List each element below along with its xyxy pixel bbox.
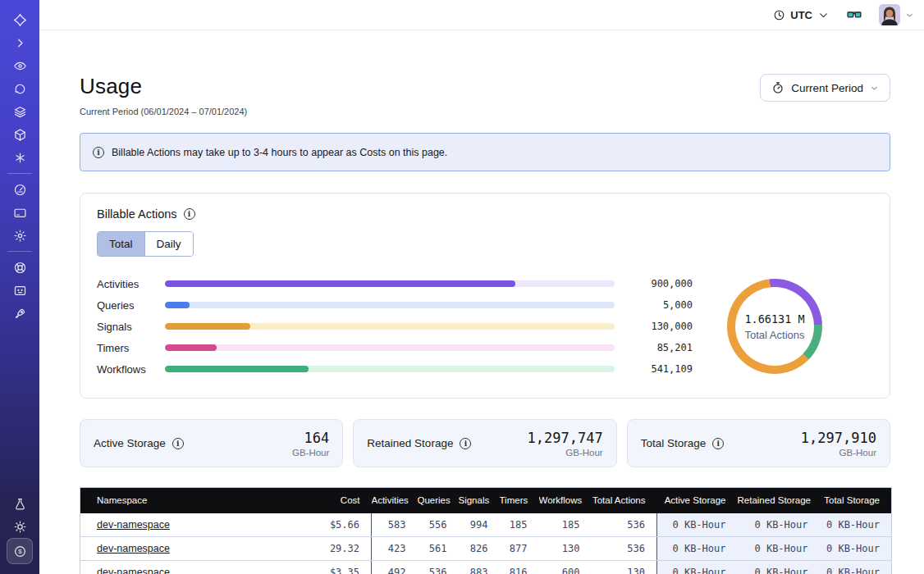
cost-cell: 29.32 [284, 537, 372, 561]
bar-fill [165, 323, 250, 330]
lifebuoy-icon[interactable] [7, 256, 33, 279]
user-menu[interactable] [879, 4, 914, 25]
workflows-cell: 600 [539, 561, 592, 574]
bar-value: 85,201 [615, 342, 693, 353]
col-queries: Queries [418, 488, 459, 513]
table-row: dev-namespace $3.35 492 536 883 816 600 … [80, 561, 892, 574]
total-storage-cell: 0 KB-Hour [820, 537, 892, 561]
bar-value: 130,000 [615, 321, 693, 332]
storage-card-label: Active Storage [94, 437, 166, 449]
timezone-selector[interactable]: UTC [773, 9, 830, 21]
table-row: dev-namespace $5.66 583 556 994 185 185 … [80, 513, 892, 537]
total-storage-cell: 0 KB-Hour [820, 561, 892, 574]
workflows-cell: 130 [539, 537, 592, 561]
info-icon[interactable]: i [172, 438, 184, 449]
col-active-storage: Active Storage [657, 488, 738, 513]
storage-summary-row: Active Storage i 164 GB-Hour Retained St… [80, 419, 890, 467]
temporal-logo-icon[interactable] [7, 8, 33, 31]
active-storage-cell: 0 KB-Hour [657, 513, 738, 537]
period-dropdown-label: Current Period [791, 82, 863, 94]
activities-cell: 492 [372, 561, 418, 574]
bar-track [165, 344, 615, 351]
bar-label: Signals [97, 321, 165, 333]
info-icon[interactable]: i [184, 208, 195, 220]
info-icon[interactable]: i [460, 438, 471, 449]
info-icon[interactable]: i [712, 438, 724, 449]
chevron-down-icon [905, 11, 914, 20]
dev-goggles-button[interactable] [846, 7, 862, 23]
svg-text:$: $ [18, 548, 22, 555]
bar-track [165, 323, 615, 330]
active-storage-card: Active Storage i 164 GB-Hour [80, 419, 343, 467]
total-actions-donut-box: 1.66131 M Total Actions [727, 279, 822, 374]
retained-storage-cell: 0 KB-Hour [738, 561, 820, 574]
goggles-icon [846, 7, 862, 23]
storage-card-label: Total Storage [641, 437, 707, 449]
bar-label: Activities [97, 278, 165, 290]
gauge-icon[interactable] [7, 178, 33, 201]
flask-icon[interactable] [7, 492, 33, 515]
col-timers: Timers [500, 488, 539, 513]
retained-storage-cell: 0 KB-Hour [738, 513, 820, 537]
bar-row-signals: Signals 130,000 [97, 316, 693, 337]
retained-storage-cell: 0 KB-Hour [738, 537, 820, 561]
sun-icon[interactable] [7, 515, 33, 538]
billable-actions-chart: Activities 900,000 Queries 5,000 Signals [97, 273, 873, 380]
bar-fill [165, 344, 217, 351]
avatar [879, 4, 900, 25]
active-storage-cell: 0 KB-Hour [657, 537, 738, 561]
signals-cell: 994 [459, 513, 500, 537]
storage-card-unit: GB-Hour [292, 448, 329, 458]
eye-icon[interactable] [7, 54, 33, 77]
page-header: Usage Current Period (06/01/2024 – 07/01… [80, 74, 890, 116]
billable-actions-title: Billable Actions [97, 207, 177, 221]
billable-view-tabs: Total Daily [97, 231, 194, 257]
sidebar: $ [0, 0, 39, 574]
bar-track [165, 366, 615, 372]
table-header-row: Namespace Cost Activities Queries Signal… [80, 488, 892, 513]
collapse-chevron-right-icon[interactable] [7, 31, 33, 54]
col-workflows: Workflows [539, 488, 592, 513]
storage-card-label: Retained Storage [367, 437, 453, 449]
active-storage-cell: 0 KB-Hour [657, 561, 738, 574]
tab-total[interactable]: Total [98, 232, 144, 256]
table-row: dev-namespace 29.32 423 561 826 877 130 … [80, 537, 892, 561]
layers-icon[interactable] [7, 100, 33, 123]
namespace-link[interactable]: dev-namespace [97, 543, 170, 554]
usage-coin-icon[interactable]: $ [7, 538, 33, 564]
total-actions-label: Total Actions [745, 329, 805, 341]
monitor-icon[interactable] [7, 279, 33, 302]
total-storage-cell: 0 KB-Hour [820, 513, 892, 537]
bar-row-queries: Queries 5,000 [97, 294, 693, 316]
topbar: UTC [39, 0, 924, 30]
clock-icon [773, 9, 785, 21]
queries-cell: 561 [418, 537, 459, 561]
bar-value: 5,000 [615, 299, 693, 311]
storage-card-unit: GB-Hour [528, 448, 603, 458]
bar-fill [165, 302, 190, 308]
bar-track [165, 302, 615, 308]
timezone-label: UTC [790, 9, 812, 21]
total-actions-cell: 130 [592, 561, 657, 574]
billable-actions-info-banner: i Billable Actions may take up to 3-4 ho… [80, 133, 890, 171]
bar-value: 541,109 [615, 363, 693, 375]
timers-cell: 185 [500, 513, 539, 537]
sidebar-divider [7, 251, 32, 252]
info-icon[interactable]: i [93, 147, 104, 158]
storage-card-unit: GB-Hour [801, 448, 876, 458]
asterisk-icon[interactable] [7, 146, 33, 169]
rocket-icon[interactable] [7, 302, 33, 325]
credit-card-icon[interactable] [7, 201, 33, 224]
namespace-link[interactable]: dev-namespace [97, 567, 170, 574]
app-window: $ UTC [0, 0, 924, 574]
period-dropdown-button[interactable]: Current Period [760, 74, 890, 102]
tab-daily[interactable]: Daily [144, 232, 193, 256]
current-period-subtitle: Current Period (06/01/2024 – 07/01/2024) [80, 107, 247, 116]
bar-value: 900,000 [615, 278, 693, 289]
gear-icon[interactable] [7, 224, 33, 247]
stopwatch-icon [771, 81, 784, 94]
namespace-link[interactable]: dev-namespace [97, 519, 170, 531]
history-icon[interactable] [7, 77, 33, 100]
cube-icon[interactable] [7, 123, 33, 146]
bar-track [165, 280, 615, 287]
